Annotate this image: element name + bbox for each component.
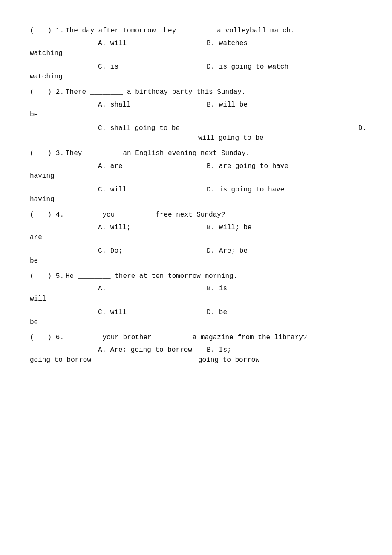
question-4-optC: C. Do; [30, 246, 198, 257]
question-4-optA: A. Will; [30, 223, 198, 234]
question-5-optB-cont [198, 294, 366, 305]
question-6-optB: B. Is; [198, 345, 366, 356]
question-2-options-row2: C. shall going to be D. [30, 123, 366, 134]
question-6-options-row1: A. Are; going to borrow B. Is; [30, 345, 366, 356]
question-5-continuation-row1: will [30, 294, 366, 305]
question-2-optD-cont: will going to be [198, 133, 366, 144]
question-3-optB-cont [198, 171, 366, 182]
question-3-optC: C. will [30, 185, 198, 196]
question-4-continuation-row1: are [30, 232, 366, 243]
question-2-continuation-row2: will going to be [30, 133, 366, 144]
question-5-line: ( ) 5. He ________ there at ten tomorrow… [30, 271, 366, 282]
question-3-options-row1: A. are B. are going to have [30, 161, 366, 172]
question-6-line: ( ) 6. ________ your brother ________ a … [30, 332, 366, 344]
question-4-options: A. Will; B. Will; be are C. Do; D. Are; … [30, 223, 366, 267]
question-3-text: They ________ an English evening next Su… [66, 148, 366, 159]
question-6-options: A. Are; going to borrow B. Is; going to … [30, 345, 366, 366]
question-3-line: ( ) 3. They ________ an English evening … [30, 148, 366, 159]
question-3-continuation-row2: having [30, 194, 366, 205]
question-6-optB-cont: going to borrow [198, 355, 366, 366]
question-4-options-row2: C. Do; D. Are; be [30, 246, 366, 257]
question-1-text: The day after tomorrow they ________ a v… [66, 26, 366, 37]
question-1-optD: D. is going to watch [198, 62, 366, 73]
question-1-optA: A. will [30, 38, 198, 49]
question-5-paren: ( ) 5. [30, 271, 64, 282]
question-5-optC: C. will [30, 307, 198, 318]
question-5-optD: D. be [198, 307, 366, 318]
question-5-optA-cont: will [30, 294, 198, 305]
question-1-options-row1: A. will B. watches [30, 38, 366, 49]
question-4-optB: B. Will; be [198, 223, 366, 234]
question-2-continuation-row1: be [30, 110, 366, 121]
question-2: ( ) 2. There ________ a birthday party t… [30, 87, 366, 144]
question-3-paren: ( ) 3. [30, 148, 64, 159]
question-6: ( ) 6. ________ your brother ________ a … [30, 332, 366, 366]
question-4-optD-cont [198, 256, 366, 267]
question-1-continuation-row1: watching [30, 48, 366, 59]
question-4-paren: ( ) 4. [30, 210, 64, 221]
question-1-optC: C. is [30, 62, 198, 73]
question-5-optC-cont: be [30, 317, 198, 328]
question-6-optA: A. Are; going to borrow [30, 345, 198, 356]
question-5-options-row2: C. will D. be [30, 307, 366, 318]
question-5-optD-cont [198, 317, 366, 328]
question-5-optB: B. is [198, 283, 366, 295]
question-3: ( ) 3. They ________ an English evening … [30, 148, 366, 205]
question-3-optD: D. is going to have [198, 185, 366, 196]
question-2-options-row1: A. shall B. will be [30, 100, 366, 111]
question-2-optB-cont [198, 110, 366, 121]
question-4-line: ( ) 4. ________ you ________ free next S… [30, 210, 366, 221]
question-3-optB: B. are going to have [198, 161, 366, 172]
question-2-options: A. shall B. will be be C. shall going to… [30, 100, 366, 144]
question-1-optA-cont: watching [30, 48, 198, 59]
question-4-optB-cont [198, 232, 366, 243]
question-6-text: ________ your brother ________ a magazin… [66, 332, 366, 344]
question-4: ( ) 4. ________ you ________ free next S… [30, 210, 366, 267]
question-6-continuation-row1: going to borrow going to borrow [30, 355, 366, 366]
question-2-optA: A. shall [30, 100, 198, 111]
question-1-optD-cont [198, 72, 366, 83]
question-1-line: ( ) 1. The day after tomorrow they _____… [30, 26, 366, 37]
question-2-text: There ________ a birthday party this Sun… [66, 87, 366, 98]
question-2-optC: C. shall going to be [30, 123, 198, 134]
question-5-text: He ________ there at ten tomorrow mornin… [66, 271, 366, 282]
question-1-optB: B. watches [198, 38, 366, 49]
question-3-optD-cont [198, 194, 366, 205]
question-5-options-row1: A. B. is [30, 283, 366, 295]
question-5-optA: A. [30, 283, 198, 295]
question-1-optB-cont [198, 48, 366, 59]
question-6-optA-cont: going to borrow [30, 355, 198, 366]
question-1-optC-cont: watching [30, 72, 198, 83]
question-2-optD: D. [198, 123, 366, 134]
question-3-continuation-row1: having [30, 171, 366, 182]
question-2-paren: ( ) 2. [30, 87, 64, 98]
question-1: ( ) 1. The day after tomorrow they _____… [30, 26, 366, 83]
question-4-options-row1: A. Will; B. Will; be [30, 223, 366, 234]
question-4-optD: D. Are; be [198, 246, 366, 257]
question-3-optA-cont: having [30, 171, 198, 182]
question-1-options: A. will B. watches watching C. is D. is … [30, 38, 366, 83]
question-2-optA-cont: be [30, 110, 198, 121]
question-1-paren: ( ) 1. [30, 26, 64, 37]
question-5: ( ) 5. He ________ there at ten tomorrow… [30, 271, 366, 328]
question-3-options-row2: C. will D. is going to have [30, 185, 366, 196]
question-3-optC-cont: having [30, 194, 198, 205]
question-6-paren: ( ) 6. [30, 332, 64, 344]
question-5-options: A. B. is will C. will D. be be [30, 283, 366, 328]
question-4-text: ________ you ________ free next Sunday? [66, 210, 366, 221]
question-2-optB: B. will be [198, 100, 366, 111]
question-3-options: A. are B. are going to have having C. wi… [30, 161, 366, 205]
question-4-optA-cont: are [30, 232, 198, 243]
worksheet: ( ) 1. The day after tomorrow they _____… [30, 26, 366, 366]
question-1-options-row2: C. is D. is going to watch [30, 62, 366, 73]
question-5-continuation-row2: be [30, 317, 366, 328]
question-4-continuation-row2: be [30, 256, 366, 267]
question-2-line: ( ) 2. There ________ a birthday party t… [30, 87, 366, 98]
question-4-optC-cont: be [30, 256, 198, 267]
question-1-continuation-row2: watching [30, 72, 366, 83]
question-3-optA: A. are [30, 161, 198, 172]
